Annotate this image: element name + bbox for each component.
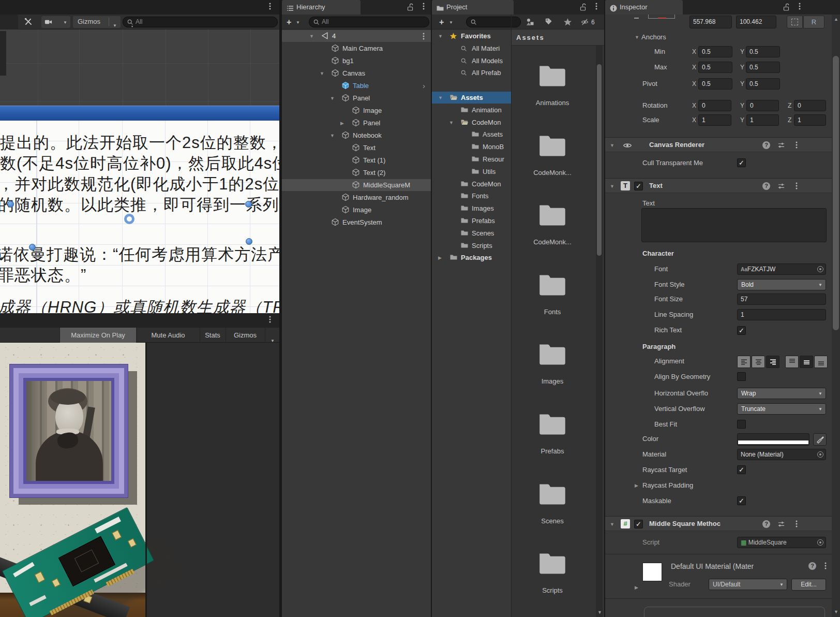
folder-label[interactable]: Scenes bbox=[516, 517, 589, 525]
font-style-dropdown[interactable]: Bold▼ bbox=[737, 279, 826, 290]
tab-hierarchy[interactable]: Hierarchy bbox=[282, 0, 361, 14]
hierarchy-row-panel[interactable]: ▶Panel bbox=[282, 117, 431, 129]
project-tree-row-monob[interactable]: MonoB bbox=[432, 141, 511, 153]
hierarchy-row-notebook[interactable]: ▼Notebook bbox=[282, 129, 431, 141]
tools-icon[interactable] bbox=[24, 17, 33, 28]
scene-options-icon[interactable] bbox=[419, 32, 428, 42]
project-tree-row-all-prefab[interactable]: All Prefab bbox=[432, 67, 511, 79]
foldout-open-icon[interactable]: ▼ bbox=[330, 96, 335, 101]
maskable-checkbox[interactable]: ✓ bbox=[737, 496, 746, 505]
rotation-z-field[interactable]: 0 bbox=[794, 100, 826, 111]
align-top-button[interactable] bbox=[785, 356, 799, 368]
eyedropper-button[interactable] bbox=[813, 433, 827, 446]
camera-mode-button[interactable]: ▼ bbox=[41, 16, 70, 28]
rect-handle[interactable] bbox=[246, 238, 252, 245]
hierarchy-row-panel[interactable]: ▼Panel bbox=[282, 92, 431, 104]
game-gizmos-button[interactable]: Gizmos bbox=[226, 328, 264, 343]
stats-button[interactable]: Stats bbox=[200, 328, 225, 343]
project-tree-row-prefabs[interactable]: Prefabs bbox=[432, 215, 511, 227]
folder-label[interactable]: Scripts bbox=[516, 586, 589, 594]
scene-search-input[interactable]: All ▾ bbox=[123, 17, 278, 27]
anchor-max-y-field[interactable]: 0.5 bbox=[746, 62, 780, 73]
favorites-star-icon[interactable] bbox=[563, 18, 572, 28]
raycast-padding-foldout[interactable]: ▶ bbox=[635, 483, 638, 488]
scene-gizmos-button[interactable]: Gizmos ▼ bbox=[73, 16, 121, 28]
project-tree-row-assets[interactable]: Assets bbox=[432, 128, 511, 140]
folder-icon-large[interactable] bbox=[537, 134, 567, 158]
line-spacing-field[interactable]: 1 bbox=[737, 309, 826, 320]
vertical-overflow-dropdown[interactable]: Truncate▼ bbox=[737, 403, 826, 415]
project-tree-row-fonts[interactable]: Fonts bbox=[432, 190, 511, 202]
foldout-open-icon[interactable]: ▼ bbox=[449, 120, 454, 125]
text-enabled-checkbox[interactable]: ✓ bbox=[634, 182, 643, 190]
chevron-down-icon[interactable]: ▼ bbox=[296, 20, 300, 25]
anchor-preset-widget[interactable] bbox=[648, 14, 675, 19]
scene-viewport[interactable]: 提出的。此法开始取一个2s位的整数，称 数(不足4s位时高位补0)，然后取此4s… bbox=[0, 30, 279, 313]
component-menu-icon[interactable] bbox=[792, 181, 801, 192]
align-middle-button[interactable] bbox=[800, 356, 813, 368]
project-tree-row-favorites[interactable]: ▼Favorites bbox=[432, 30, 511, 42]
scale-y-field[interactable]: 1 bbox=[746, 114, 779, 126]
hierarchy-row-eventsystem[interactable]: EventSystem bbox=[282, 216, 431, 228]
tab-project[interactable]: Project bbox=[432, 0, 514, 14]
align-right-button[interactable] bbox=[766, 356, 779, 368]
foldout-closed-icon[interactable]: ▶ bbox=[438, 255, 442, 260]
text-value-textarea[interactable] bbox=[641, 208, 827, 242]
search-by-label-icon[interactable] bbox=[545, 18, 552, 27]
chevron-down-icon[interactable]: ▼ bbox=[449, 20, 453, 25]
scale-z-field[interactable]: 1 bbox=[794, 114, 826, 126]
project-tree-row-scripts[interactable]: Scripts bbox=[432, 240, 511, 252]
object-picker-icon[interactable] bbox=[817, 451, 823, 458]
cull-transparent-checkbox[interactable]: ✓ bbox=[737, 158, 746, 167]
foldout-open-icon[interactable]: ▼ bbox=[330, 133, 335, 138]
hierarchy-row-text-1-[interactable]: Text (1) bbox=[282, 154, 431, 166]
hierarchy-row-table[interactable]: Table› bbox=[282, 80, 431, 92]
rect-height-field[interactable]: 100.462 bbox=[736, 16, 776, 28]
folder-icon-large[interactable] bbox=[537, 273, 567, 297]
presets-icon[interactable] bbox=[777, 141, 785, 151]
game-menu-icon[interactable] bbox=[266, 315, 274, 325]
help-icon[interactable]: ? bbox=[808, 562, 816, 570]
game-viewport[interactable]: Crypto Accelerator 1000 bbox=[0, 343, 279, 617]
align-by-geometry-checkbox[interactable] bbox=[737, 372, 746, 381]
material-foldout[interactable]: ▶ bbox=[635, 585, 638, 590]
add-object-button[interactable]: + bbox=[287, 14, 291, 30]
rect-handle[interactable] bbox=[245, 201, 252, 208]
text-component-header[interactable]: ▼ T ✓ Text ? bbox=[605, 178, 832, 193]
folder-label[interactable]: CodeMonk... bbox=[516, 169, 589, 177]
rotation-x-field[interactable]: 0 bbox=[698, 100, 731, 111]
folder-icon-large[interactable] bbox=[537, 203, 567, 227]
hierarchy-row-image[interactable]: Image bbox=[282, 204, 431, 216]
hierarchy-row-hardware-random[interactable]: Hardware_random bbox=[282, 192, 431, 203]
hierarchy-row-main-camera[interactable]: Main Camera bbox=[282, 42, 431, 54]
add-asset-button[interactable]: + bbox=[439, 14, 444, 30]
material-menu-icon[interactable] bbox=[821, 561, 830, 571]
project-tree-row-assets[interactable]: ▼Assets bbox=[432, 92, 511, 104]
foldout-open-icon[interactable]: ▼ bbox=[320, 71, 324, 76]
project-tree-row-codemon[interactable]: ▼CodeMon bbox=[432, 116, 511, 128]
project-tree-row-animation[interactable]: Animation bbox=[432, 104, 511, 116]
anchor-min-y-field[interactable]: 0.5 bbox=[746, 46, 780, 57]
hierarchy-row-middlesquarem[interactable]: MiddleSquareM bbox=[282, 179, 431, 191]
folder-icon-large[interactable] bbox=[537, 343, 567, 366]
lock-icon[interactable] bbox=[782, 3, 790, 13]
lock-icon[interactable] bbox=[579, 3, 587, 13]
object-picker-icon[interactable] bbox=[817, 539, 823, 546]
tab-inspector[interactable]: Inspector bbox=[605, 0, 683, 14]
project-tree-row-codemon[interactable]: CodeMon bbox=[432, 178, 511, 190]
font-object-field[interactable]: AaFZKATJW bbox=[737, 263, 826, 275]
project-tree-row-all-materi[interactable]: All Materi bbox=[432, 42, 511, 54]
folder-label[interactable]: Images bbox=[516, 377, 589, 385]
project-tree-row-utils[interactable]: Utils bbox=[432, 166, 511, 178]
rotation-y-field[interactable]: 0 bbox=[746, 100, 779, 111]
hierarchy-row-image[interactable]: Image bbox=[282, 105, 431, 116]
best-fit-checkbox[interactable] bbox=[737, 420, 746, 429]
pivot-x-field[interactable]: 0.5 bbox=[698, 78, 732, 90]
help-icon[interactable]: ? bbox=[762, 520, 770, 528]
shader-edit-button[interactable]: Edit... bbox=[791, 579, 826, 591]
align-bottom-button[interactable] bbox=[814, 356, 828, 368]
folder-label[interactable]: CodeMonk... bbox=[516, 238, 589, 246]
hierarchy-row-bg1[interactable]: bg1 bbox=[282, 55, 431, 67]
hierarchy-search-input[interactable]: All bbox=[309, 17, 429, 27]
maximize-on-play-button[interactable]: Maximize On Play bbox=[59, 328, 136, 343]
